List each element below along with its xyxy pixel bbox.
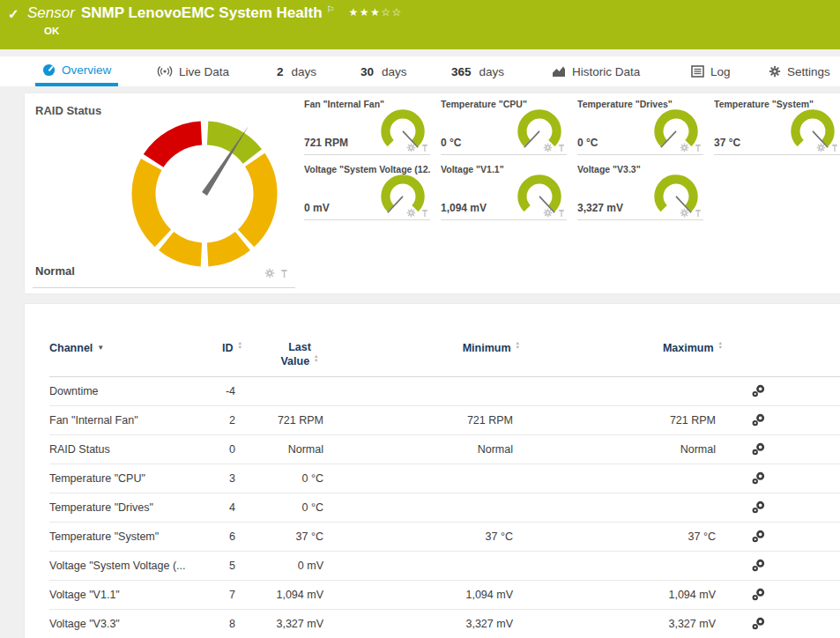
pin-icon[interactable] bbox=[279, 269, 289, 278]
gauge-settings-gear-icon[interactable] bbox=[680, 208, 689, 218]
channel-settings-icon[interactable] bbox=[752, 530, 765, 543]
pin-icon[interactable] bbox=[557, 144, 566, 152]
channel-name: Fan "Internal Fan" bbox=[49, 405, 212, 434]
gauge-value: 721 RPM bbox=[304, 137, 348, 149]
priority-stars[interactable]: ★★★☆☆ bbox=[348, 6, 402, 19]
raid-gauge-title: RAID Status bbox=[35, 104, 101, 117]
channel-last-value: Normal bbox=[242, 434, 331, 464]
flag-icon: ⚐ bbox=[327, 4, 335, 14]
table-row: Temperature "CPU" 3 0 °C bbox=[49, 464, 840, 493]
gauge-value: 0 mV bbox=[304, 202, 330, 214]
gauges-panel: RAID Status Normal Fan "Internal Fan" 72… bbox=[25, 93, 840, 293]
channel-id: 6 bbox=[212, 522, 242, 551]
raid-underline bbox=[33, 287, 295, 288]
gauge-value: 1,094 mV bbox=[441, 202, 487, 214]
gauge-cell-temperature-system: Temperature "System" 37 °C bbox=[714, 99, 840, 155]
status-check-icon: ✓ bbox=[8, 6, 19, 22]
channel-maximum: 37 °C bbox=[520, 522, 723, 551]
channel-name: Downtime bbox=[49, 376, 212, 405]
tab-log[interactable]: Log bbox=[684, 56, 738, 86]
channel-settings-icon[interactable] bbox=[752, 559, 765, 572]
channel-settings-icon[interactable] bbox=[752, 617, 765, 630]
gauge-cell-voltage-system: Voltage "System Voltage (12... 0 mV bbox=[304, 164, 430, 220]
column-header-id[interactable]: ID▲▼ bbox=[212, 334, 242, 376]
gauge-settings-gear-icon[interactable] bbox=[264, 268, 275, 278]
gauge-value: 0 °C bbox=[441, 137, 461, 149]
sort-caret-icon: ▼ bbox=[97, 344, 104, 352]
channel-settings-icon[interactable] bbox=[752, 413, 765, 427]
tab-overview[interactable]: Overview bbox=[35, 56, 118, 86]
pin-icon[interactable] bbox=[694, 144, 702, 152]
broadcast-icon bbox=[157, 65, 173, 78]
column-header-maximum[interactable]: Maximum▲▼ bbox=[520, 334, 723, 376]
gauge-settings-gear-icon[interactable] bbox=[680, 143, 689, 152]
column-header-channel[interactable]: Channel▼ bbox=[49, 334, 212, 376]
channel-settings-icon[interactable] bbox=[752, 501, 765, 514]
table-row: Temperature "System" 6 37 °C 37 °C 37 °C bbox=[49, 522, 840, 551]
column-header-minimum[interactable]: Minimum▲▼ bbox=[331, 334, 520, 376]
sort-icon: ▲▼ bbox=[238, 341, 242, 349]
channel-minimum bbox=[331, 493, 520, 522]
gauge-title: Fan "Internal Fan" bbox=[304, 99, 384, 109]
page-title: SNMP LenovoEMC System Health bbox=[81, 4, 323, 21]
table-row: Downtime -4 bbox=[49, 376, 840, 405]
channel-id: 5 bbox=[212, 551, 242, 580]
gauge-settings-gear-icon[interactable] bbox=[543, 143, 553, 152]
channel-last-value: 721 RPM bbox=[242, 405, 331, 434]
channels-table: Channel▼ ID▲▼ LastValue▲▼ Minimum▲▼ Maxi… bbox=[49, 334, 840, 638]
channel-minimum: 721 RPM bbox=[331, 405, 520, 434]
pin-icon[interactable] bbox=[830, 144, 839, 152]
channel-maximum bbox=[520, 493, 723, 522]
sort-icon: ▲▼ bbox=[314, 354, 318, 362]
channel-settings-icon[interactable] bbox=[752, 384, 765, 397]
channels-panel: Channel▼ ID▲▼ LastValue▲▼ Minimum▲▼ Maxi… bbox=[25, 304, 840, 638]
gauge-settings-gear-icon[interactable] bbox=[816, 143, 826, 152]
sensor-header: ✓ SensorSNMP LenovoEMC System Health⚐★★★… bbox=[0, 0, 840, 49]
gauge-cell-temperature-cpu: Temperature "CPU" 0 °C bbox=[441, 99, 567, 155]
gauge-cell-voltage-v3-3: Voltage "V3.3" 3,327 mV bbox=[577, 164, 703, 220]
pin-icon[interactable] bbox=[694, 209, 702, 218]
channel-last-value: 37 °C bbox=[242, 522, 331, 551]
channel-maximum: 3,327 mV bbox=[520, 609, 723, 638]
tab-live-data[interactable]: Live Data bbox=[150, 56, 236, 86]
column-header-last-value[interactable]: LastValue▲▼ bbox=[242, 334, 331, 376]
table-row: Fan "Internal Fan" 2 721 RPM 721 RPM 721… bbox=[49, 405, 840, 434]
gauge-value: 37 °C bbox=[714, 137, 740, 149]
channel-settings-icon[interactable] bbox=[752, 471, 765, 485]
pin-icon[interactable] bbox=[420, 144, 429, 152]
channel-id: 0 bbox=[212, 434, 242, 464]
gauge-settings-gear-icon[interactable] bbox=[406, 143, 416, 152]
channel-id: 4 bbox=[212, 493, 242, 522]
status-badge: OK bbox=[44, 26, 59, 36]
channel-settings-icon[interactable] bbox=[752, 588, 765, 601]
channel-name: Voltage "System Voltage (... bbox=[49, 551, 212, 580]
tab-2-days[interactable]: 2 days bbox=[270, 56, 323, 86]
channel-maximum: Normal bbox=[520, 434, 723, 464]
channel-id: -4 bbox=[212, 376, 242, 405]
sort-icon: ▲▼ bbox=[516, 341, 520, 349]
channel-minimum: 3,327 mV bbox=[331, 609, 520, 638]
channel-id: 8 bbox=[212, 609, 242, 638]
tab-historic-data[interactable]: Historic Data bbox=[545, 56, 647, 86]
channel-last-value: 3,327 mV bbox=[242, 609, 331, 638]
channel-maximum: 1,094 mV bbox=[520, 580, 723, 609]
channel-id: 3 bbox=[212, 464, 242, 493]
pin-icon[interactable] bbox=[420, 209, 429, 218]
channel-minimum: 1,094 mV bbox=[331, 580, 520, 609]
channel-maximum bbox=[520, 464, 723, 493]
channel-settings-icon[interactable] bbox=[752, 442, 765, 456]
tab-30-days[interactable]: 30 days bbox=[353, 56, 414, 86]
gauge-value: 0 °C bbox=[577, 137, 598, 149]
pin-icon[interactable] bbox=[557, 209, 566, 218]
channel-name: Temperature "System" bbox=[49, 522, 212, 551]
gauge-settings-gear-icon[interactable] bbox=[543, 208, 553, 218]
gauge-cell-fan-internal-fan: Fan "Internal Fan" 721 RPM bbox=[304, 99, 430, 155]
channel-name: Temperature "Drives" bbox=[49, 493, 212, 522]
tab-settings[interactable]: Settings bbox=[762, 56, 837, 86]
channel-minimum: 37 °C bbox=[331, 522, 520, 551]
channel-minimum: Normal bbox=[331, 434, 520, 464]
chart-icon bbox=[552, 65, 566, 78]
gauge-settings-gear-icon[interactable] bbox=[406, 208, 416, 218]
channel-last-value bbox=[242, 376, 331, 405]
tab-365-days[interactable]: 365 days bbox=[444, 56, 511, 86]
